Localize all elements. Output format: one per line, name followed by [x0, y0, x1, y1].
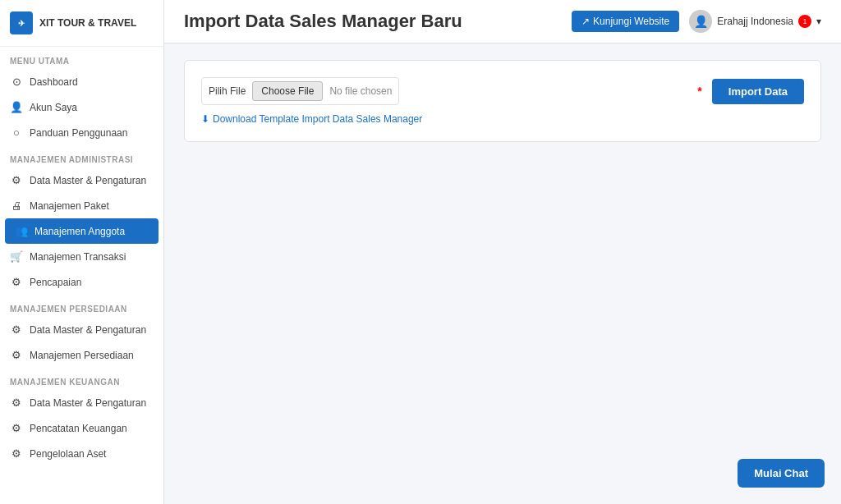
sidebar-item-label: Manajemen Anggota: [34, 226, 125, 237]
chevron-down-icon: ▾: [816, 16, 821, 27]
required-indicator: *: [697, 85, 701, 98]
guide-icon: ○: [10, 126, 23, 139]
sidebar-item-manajemen-persediaan[interactable]: ⚙ Manajemen Persediaan: [0, 342, 163, 368]
asset-icon: ⚙: [10, 447, 23, 460]
file-upload-row: Pilih File Choose File No file chosen * …: [201, 77, 804, 105]
notification-badge: 1: [798, 15, 811, 28]
sidebar-item-label: Pengelolaan Aset: [30, 448, 106, 460]
import-data-button[interactable]: Import Data: [712, 79, 804, 104]
sidebar: ✈ XIT TOUR & TRAVEL MENU UTAMA ⊙ Dashboa…: [0, 0, 164, 504]
sidebar-item-label: Data Master & Pengaturan: [30, 324, 146, 336]
achievement-icon: ⚙: [10, 276, 23, 288]
sidebar-item-pencapaian[interactable]: ⚙ Pencapaian: [0, 269, 163, 295]
visit-website-button[interactable]: ↗ Kunjungi Website: [572, 11, 679, 32]
sidebar-item-data-master-keuangan[interactable]: ⚙ Data Master & Pengaturan: [0, 390, 163, 415]
choose-file-button[interactable]: Choose File: [252, 81, 323, 101]
manajemen-persediaan-title: MANAJEMEN PERSEDIAAN: [0, 295, 163, 317]
user-info[interactable]: 👤 Erahajj Indonesia 1 ▾: [689, 10, 821, 33]
sidebar-item-label: Data Master & Pengaturan: [30, 175, 146, 186]
sidebar-item-panduan[interactable]: ○ Panduan Penggunaan: [0, 120, 163, 145]
settings2-icon: ⚙: [10, 323, 23, 336]
settings-icon: ⚙: [10, 174, 23, 186]
logo-icon: ✈: [10, 11, 33, 34]
menu-utama-title: MENU UTAMA: [0, 47, 163, 69]
person-icon: 👤: [10, 101, 23, 113]
sidebar-item-label: Panduan Penggunaan: [30, 127, 127, 139]
transaction-icon: 🛒: [10, 250, 23, 263]
sidebar-item-manajemen-paket[interactable]: 🖨 Manajemen Paket: [0, 193, 163, 218]
sidebar-item-label: Akun Saya: [30, 102, 77, 113]
members-icon: 👥: [15, 225, 28, 237]
content-area: Pilih File Choose File No file chosen * …: [164, 44, 841, 504]
sidebar-item-pencatatan-keuangan[interactable]: ⚙ Pencatatan Keuangan: [0, 415, 163, 441]
manajemen-keuangan-title: MANAJEMEN KEUANGAN: [0, 368, 163, 390]
sidebar-item-label: Data Master & Pengaturan: [30, 397, 146, 409]
ledger-icon: ⚙: [10, 422, 23, 434]
user-name: Erahajj Indonesia: [717, 16, 793, 27]
sidebar-item-akun-saya[interactable]: 👤 Akun Saya: [0, 94, 163, 120]
sidebar-item-manajemen-transaksi[interactable]: 🛒 Manajemen Transaksi: [0, 244, 163, 269]
package-icon: 🖨: [10, 199, 23, 212]
no-file-text: No file chosen: [329, 85, 392, 97]
logo-text: XIT TOUR & TRAVEL: [39, 17, 136, 29]
download-template-link[interactable]: ⬇ Download Template Import Data Sales Ma…: [201, 113, 804, 125]
sidebar-item-label: Pencatatan Keuangan: [30, 423, 127, 434]
manajemen-administrasi-title: MANAJEMEN ADMINISTRASI: [0, 145, 163, 167]
dashboard-icon: ⊙: [10, 76, 23, 88]
import-card: Pilih File Choose File No file chosen * …: [184, 60, 821, 142]
file-upload-box: Pilih File Choose File No file chosen: [201, 77, 399, 105]
sidebar-item-label: Manajemen Paket: [30, 200, 109, 212]
external-link-icon: ↗: [581, 16, 590, 27]
pilih-file-label: Pilih File: [209, 85, 246, 97]
sidebar-logo: ✈ XIT TOUR & TRAVEL: [0, 0, 163, 47]
sidebar-item-data-master-persediaan[interactable]: ⚙ Data Master & Pengaturan: [0, 317, 163, 342]
header-right: ↗ Kunjungi Website 👤 Erahajj Indonesia 1…: [572, 10, 821, 33]
avatar: 👤: [689, 10, 712, 33]
sidebar-item-dashboard[interactable]: ⊙ Dashboard: [0, 69, 163, 94]
sidebar-item-label: Manajemen Persediaan: [30, 350, 134, 361]
sidebar-item-manajemen-anggota[interactable]: 👥 Manajemen Anggota: [5, 218, 159, 244]
sidebar-item-label: Dashboard: [30, 76, 78, 88]
header: Import Data Sales Manager Baru ↗ Kunjung…: [164, 0, 841, 44]
download-icon: ⬇: [201, 113, 209, 125]
sidebar-item-pengelolaan-aset[interactable]: ⚙ Pengelolaan Aset: [0, 441, 163, 466]
sidebar-item-label: Pencapaian: [30, 277, 81, 288]
page-title: Import Data Sales Manager Baru: [184, 11, 462, 32]
mulai-chat-button[interactable]: Mulai Chat: [738, 459, 825, 488]
main-area: Import Data Sales Manager Baru ↗ Kunjung…: [164, 0, 841, 504]
sidebar-item-data-master-admin[interactable]: ⚙ Data Master & Pengaturan: [0, 167, 163, 193]
inventory-icon: ⚙: [10, 349, 23, 361]
finance-settings-icon: ⚙: [10, 396, 23, 409]
sidebar-item-label: Manajemen Transaksi: [30, 251, 126, 263]
